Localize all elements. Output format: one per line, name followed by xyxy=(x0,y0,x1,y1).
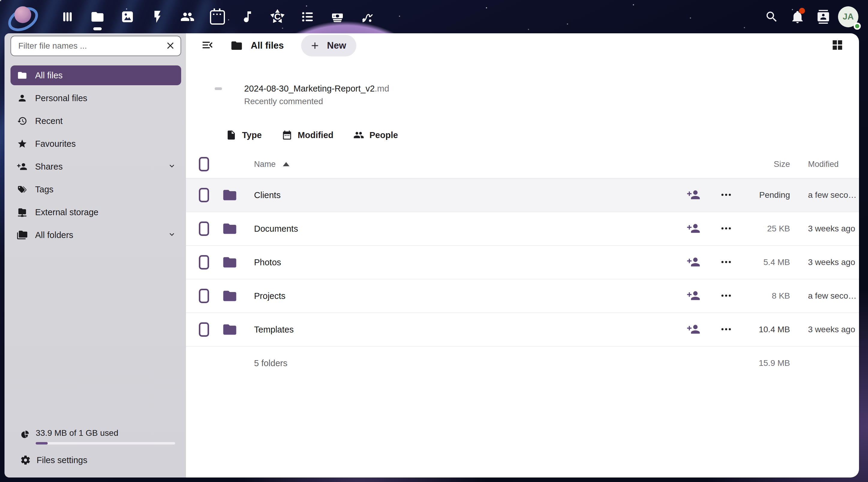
select-all-checkbox[interactable] xyxy=(199,157,209,171)
folder-icon xyxy=(222,221,238,237)
breadcrumb[interactable]: All files xyxy=(230,39,284,52)
filter-files-input[interactable] xyxy=(10,36,181,56)
file-name: Templates xyxy=(254,325,293,335)
filter-modified-button[interactable]: Modified xyxy=(282,130,334,141)
app-frame: All files Personal files Recent Favourit… xyxy=(4,33,859,478)
file-thumbnail-placeholder xyxy=(215,87,222,90)
pie-chart-icon xyxy=(20,429,30,440)
file-name: Clients xyxy=(254,190,281,200)
sidebar-item-favourites[interactable]: Favourites xyxy=(10,134,181,154)
name-column-header: Name xyxy=(254,160,276,169)
expand-toggle[interactable] xyxy=(167,230,176,240)
chevron-down-icon xyxy=(167,230,176,239)
history-icon xyxy=(17,116,27,126)
app-dashboard-button[interactable] xyxy=(53,0,83,33)
contacts-menu-button[interactable] xyxy=(810,0,836,33)
folder-icon xyxy=(222,322,238,337)
row-checkbox[interactable] xyxy=(199,221,209,236)
file-base-name: 2024-08-30_Marketing-Report_v2 xyxy=(244,84,375,93)
notifications-button[interactable] xyxy=(785,0,810,33)
file-row-photos[interactable]: Photos 5.4 MB 3 weeks ago xyxy=(186,246,859,279)
app-files-button[interactable] xyxy=(83,0,113,33)
file-extension: .md xyxy=(375,84,389,93)
files-settings-label: Files settings xyxy=(37,455,87,465)
size-column-header[interactable]: Size xyxy=(733,159,790,169)
sidebar-item-all-files[interactable]: All files xyxy=(10,65,181,85)
actions-menu-button[interactable] xyxy=(719,255,733,269)
row-checkbox[interactable] xyxy=(199,289,209,303)
person-plus-icon xyxy=(687,255,700,269)
filter-people-button[interactable]: People xyxy=(353,130,398,141)
storage-quota[interactable]: 33.9 MB of 1 GB used xyxy=(4,428,186,445)
folder-count: 5 folders xyxy=(254,358,287,368)
files-settings-button[interactable]: Files settings xyxy=(4,455,186,470)
new-button[interactable]: New xyxy=(301,35,356,56)
filter-clear-button[interactable] xyxy=(164,39,177,53)
sidebar-item-tags[interactable]: Tags xyxy=(10,179,181,199)
folder-icon xyxy=(230,39,243,52)
share-button[interactable] xyxy=(687,289,701,303)
filter-type-button[interactable]: Type xyxy=(226,130,262,141)
files-sidebar: All files Personal files Recent Favourit… xyxy=(4,33,186,478)
star-icon xyxy=(17,139,27,149)
sidebar-item-label: Shares xyxy=(35,162,63,172)
app-money-button[interactable] xyxy=(322,0,352,33)
app-calendar-button[interactable] xyxy=(203,0,232,33)
folders-icon xyxy=(17,230,27,240)
sidebar-item-shares[interactable]: Shares xyxy=(10,157,181,177)
app-tasks-button[interactable] xyxy=(292,0,322,33)
share-button[interactable] xyxy=(687,222,701,236)
share-button[interactable] xyxy=(687,255,701,269)
app-music-button[interactable] xyxy=(232,0,262,33)
share-button[interactable] xyxy=(687,323,701,336)
filter-type-label: Type xyxy=(242,130,262,140)
files-table: Name Size Modified Clients Pending a few… xyxy=(186,150,859,478)
share-button[interactable] xyxy=(687,188,701,202)
sidebar-item-label: Tags xyxy=(35,185,53,194)
file-row-projects[interactable]: Projects 8 KB a few seconds ago xyxy=(186,279,859,313)
file-name: Photos xyxy=(254,258,281,267)
actions-menu-button[interactable] xyxy=(719,188,733,202)
files-content: All files New 2024-08-30_Marketing-Repor… xyxy=(186,33,859,478)
close-icon xyxy=(165,40,176,51)
sidebar-item-all-folders[interactable]: All folders xyxy=(10,225,181,245)
sidebar-navigation: All files Personal files Recent Favourit… xyxy=(4,65,186,248)
breadcrumb-label: All files xyxy=(251,40,284,51)
storage-progress-track xyxy=(36,442,175,445)
app-contacts-button[interactable] xyxy=(173,0,203,33)
person-plus-icon xyxy=(687,323,700,336)
actions-menu-button[interactable] xyxy=(719,289,733,303)
file-row-clients[interactable]: Clients Pending a few seconds ago xyxy=(186,179,859,212)
recommended-file-card[interactable]: 2024-08-30_Marketing-Report_v2.md Recent… xyxy=(244,83,859,108)
recommended-file-reason: Recently commented xyxy=(244,94,859,108)
search-button[interactable] xyxy=(759,0,785,33)
row-checkbox[interactable] xyxy=(199,322,209,337)
file-row-templates[interactable]: Templates 10.4 MB 3 weeks ago xyxy=(186,313,859,347)
contacts-card-icon xyxy=(816,10,830,24)
active-app-indicator xyxy=(93,27,102,30)
app-photos-button[interactable] xyxy=(113,0,143,33)
sort-by-name[interactable]: Name xyxy=(254,160,687,169)
row-checkbox[interactable] xyxy=(199,188,209,202)
collapse-sidebar-button[interactable] xyxy=(198,37,217,55)
app-activity-button[interactable] xyxy=(143,0,173,33)
row-checkbox[interactable] xyxy=(199,255,209,270)
user-menu-button[interactable]: JA xyxy=(836,0,860,33)
grid-view-toggle-button[interactable] xyxy=(828,36,847,55)
expand-toggle[interactable] xyxy=(167,161,176,172)
sidebar-item-personal-files[interactable]: Personal files xyxy=(10,88,181,108)
app-star-c-button[interactable]: C xyxy=(262,0,292,33)
modified-column-header[interactable]: Modified xyxy=(790,160,859,169)
actions-menu-button[interactable] xyxy=(719,222,733,236)
recommended-file-name[interactable]: 2024-08-30_Marketing-Report_v2.md xyxy=(244,83,859,94)
app-vine-button[interactable] xyxy=(352,0,382,33)
actions-menu-button[interactable] xyxy=(719,323,733,336)
storage-quota-label: 33.9 MB of 1 GB used xyxy=(36,428,119,438)
file-name: Documents xyxy=(254,224,298,234)
app-logo[interactable] xyxy=(8,4,34,30)
file-row-documents[interactable]: Documents 25 KB 3 weeks ago xyxy=(186,212,859,246)
dashboard-icon xyxy=(60,9,75,24)
sidebar-item-recent[interactable]: Recent xyxy=(10,111,181,131)
sidebar-item-external-storage[interactable]: External storage xyxy=(10,202,181,222)
menu-open-icon xyxy=(201,38,214,52)
